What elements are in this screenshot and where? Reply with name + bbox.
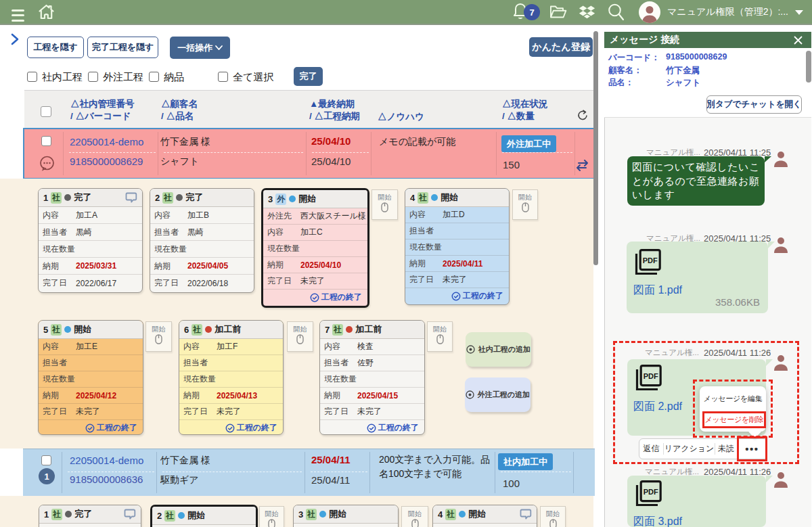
- svg-text:PDF: PDF: [644, 488, 658, 496]
- svg-text:PDF: PDF: [643, 256, 658, 265]
